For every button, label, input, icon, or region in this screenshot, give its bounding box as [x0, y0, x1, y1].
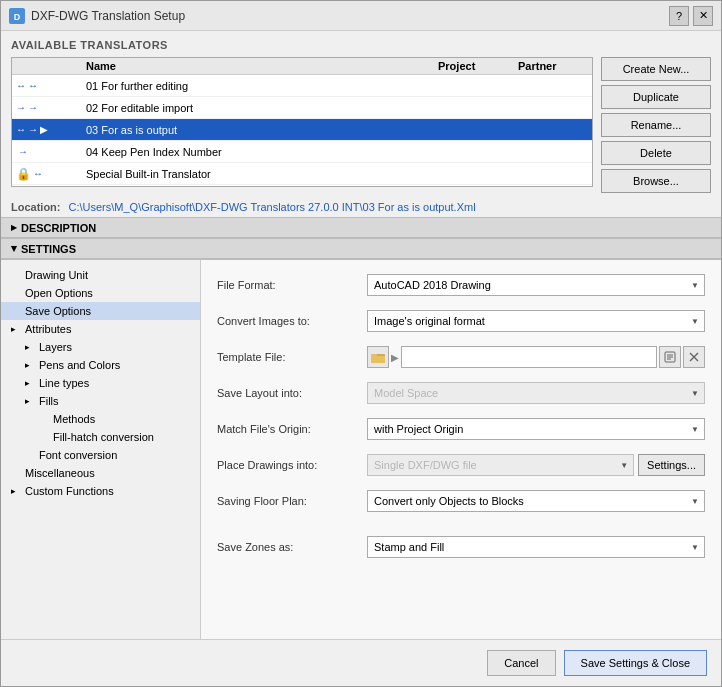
tree-item-save-options[interactable]: Save Options — [1, 302, 200, 320]
file-format-dropdown-wrap: AutoCAD 2018 Drawing AutoCAD 2016 Drawin… — [367, 274, 705, 296]
table-row[interactable]: ↔↔ 01 For further editing — [12, 75, 592, 97]
translators-section: AVAILABLE TRANSLATORS Name Project Partn… — [1, 31, 721, 197]
settings-content: File Format: AutoCAD 2018 Drawing AutoCA… — [201, 260, 721, 639]
row-arrows: →→ — [16, 102, 86, 113]
save-zones-control: Stamp and Fill Stamp only Fill only — [367, 536, 705, 558]
place-drawings-settings-button[interactable]: Settings... — [638, 454, 705, 476]
main-settings: Drawing Unit Open Options Save Options ▸… — [1, 259, 721, 639]
tree-item-drawing-unit[interactable]: Drawing Unit — [1, 266, 200, 284]
tree-item-custom-functions[interactable]: ▸ Custom Functions — [1, 482, 200, 500]
tree-toggle: ▸ — [25, 378, 35, 388]
row-name: 02 For editable import — [86, 102, 588, 114]
description-section-header[interactable]: ▸ DESCRIPTION — [1, 217, 721, 238]
save-layout-dropdown-wrap: Model Space Paper Space — [367, 382, 705, 404]
save-zones-select[interactable]: Stamp and Fill Stamp only Fill only — [367, 536, 705, 558]
template-file-input[interactable] — [401, 346, 657, 368]
translators-header: AVAILABLE TRANSLATORS — [11, 39, 711, 51]
convert-images-select[interactable]: Image's original format JPEG PNG — [367, 310, 705, 332]
tree-item-pens-colors[interactable]: ▸ Pens and Colors — [1, 356, 200, 374]
translators-container: Name Project Partner ↔↔ 01 For further e… — [11, 57, 711, 193]
tree-toggle: ▸ — [25, 342, 35, 352]
template-arrow: ▶ — [391, 352, 399, 363]
description-label: DESCRIPTION — [21, 222, 96, 234]
col-name-header: Name — [86, 60, 438, 72]
save-zones-row: Save Zones as: Stamp and Fill Stamp only… — [217, 534, 705, 560]
tree-label: Open Options — [25, 287, 93, 299]
tree-label: Line types — [39, 377, 89, 389]
saving-floor-plan-dropdown-wrap: Convert only Objects to Blocks Convert a… — [367, 490, 705, 512]
tree-item-open-options[interactable]: Open Options — [1, 284, 200, 302]
save-layout-select[interactable]: Model Space Paper Space — [367, 382, 705, 404]
settings-section-header[interactable]: ▾ SETTINGS — [1, 238, 721, 259]
row-arrows: 🔒↔ — [16, 167, 86, 181]
window-controls: ? ✕ — [669, 6, 713, 26]
location-label: Location: — [11, 201, 61, 213]
tree-label: Attributes — [25, 323, 71, 335]
settings-label: SETTINGS — [21, 243, 76, 255]
tree-item-methods[interactable]: Methods — [1, 410, 200, 428]
location-bar: Location: C:\Users\M_Q\Graphisoft\DXF-DW… — [1, 197, 721, 217]
col-project-header: Project — [438, 60, 518, 72]
tree-toggle: ▸ — [11, 324, 21, 334]
table-row-selected[interactable]: ↔→▶ 03 For as is output — [12, 119, 592, 141]
saving-floor-plan-label: Saving Floor Plan: — [217, 495, 367, 507]
convert-images-dropdown-wrap: Image's original format JPEG PNG — [367, 310, 705, 332]
row-arrows: ↔↔ — [16, 80, 86, 91]
saving-floor-plan-select[interactable]: Convert only Objects to Blocks Convert a… — [367, 490, 705, 512]
convert-images-control: Image's original format JPEG PNG — [367, 310, 705, 332]
table-row[interactable]: →→ 02 For editable import — [12, 97, 592, 119]
template-folder-button[interactable] — [367, 346, 389, 368]
template-edit-button[interactable] — [659, 346, 681, 368]
save-settings-close-button[interactable]: Save Settings & Close — [564, 650, 707, 676]
description-toggle-icon: ▸ — [11, 221, 17, 234]
rename-button[interactable]: Rename... — [601, 113, 711, 137]
table-row[interactable]: 🔒↔ Special Built-in Translator — [12, 163, 592, 185]
delete-button[interactable]: Delete — [601, 141, 711, 165]
main-window: D DXF-DWG Translation Setup ? ✕ AVAILABL… — [0, 0, 722, 687]
tree-item-attributes[interactable]: ▸ Attributes — [1, 320, 200, 338]
title-bar: D DXF-DWG Translation Setup ? ✕ — [1, 1, 721, 31]
tree-item-layers[interactable]: ▸ Layers — [1, 338, 200, 356]
convert-images-label: Convert Images to: — [217, 315, 367, 327]
template-file-row: Template File: ▶ — [217, 344, 705, 370]
create-new-button[interactable]: Create New... — [601, 57, 711, 81]
place-drawings-control: Single DXF/DWG file Multiple files Setti… — [367, 454, 705, 476]
tree-label: Font conversion — [39, 449, 117, 461]
save-layout-control: Model Space Paper Space — [367, 382, 705, 404]
template-clear-button[interactable] — [683, 346, 705, 368]
save-zones-dropdown-wrap: Stamp and Fill Stamp only Fill only — [367, 536, 705, 558]
tree-toggle: ▸ — [11, 486, 21, 496]
template-file-control: ▶ — [367, 346, 705, 368]
tree-label: Drawing Unit — [25, 269, 88, 281]
tree-label: Miscellaneous — [25, 467, 95, 479]
match-origin-row: Match File's Origin: with Project Origin… — [217, 416, 705, 442]
browse-button[interactable]: Browse... — [601, 169, 711, 193]
place-drawings-row: Place Drawings into: Single DXF/DWG file… — [217, 452, 705, 478]
place-drawings-select[interactable]: Single DXF/DWG file Multiple files — [367, 454, 634, 476]
tree-toggle: ▸ — [25, 396, 35, 406]
translators-buttons: Create New... Duplicate Rename... Delete… — [601, 57, 711, 193]
cancel-button[interactable]: Cancel — [487, 650, 555, 676]
match-origin-dropdown-wrap: with Project Origin with User Origin — [367, 418, 705, 440]
close-button[interactable]: ✕ — [693, 6, 713, 26]
table-row[interactable]: → 04 Keep Pen Index Number — [12, 141, 592, 163]
tree-item-miscellaneous[interactable]: Miscellaneous — [1, 464, 200, 482]
duplicate-button[interactable]: Duplicate — [601, 85, 711, 109]
app-icon: D — [9, 8, 25, 24]
tree-item-font-conversion[interactable]: Font conversion — [1, 446, 200, 464]
window-title: DXF-DWG Translation Setup — [31, 9, 669, 23]
convert-images-row: Convert Images to: Image's original form… — [217, 308, 705, 334]
file-format-label: File Format: — [217, 279, 367, 291]
tree-item-fill-hatch[interactable]: Fill-hatch conversion — [1, 428, 200, 446]
tree-item-line-types[interactable]: ▸ Line types — [1, 374, 200, 392]
tree-label: Fills — [39, 395, 59, 407]
save-layout-row: Save Layout into: Model Space Paper Spac… — [217, 380, 705, 406]
row-name: Special Built-in Translator — [86, 168, 588, 180]
match-origin-control: with Project Origin with User Origin — [367, 418, 705, 440]
match-origin-select[interactable]: with Project Origin with User Origin — [367, 418, 705, 440]
tree-item-fills[interactable]: ▸ Fills — [1, 392, 200, 410]
file-format-select[interactable]: AutoCAD 2018 Drawing AutoCAD 2016 Drawin… — [367, 274, 705, 296]
svg-text:D: D — [14, 12, 21, 22]
tree-label: Methods — [53, 413, 95, 425]
help-button[interactable]: ? — [669, 6, 689, 26]
